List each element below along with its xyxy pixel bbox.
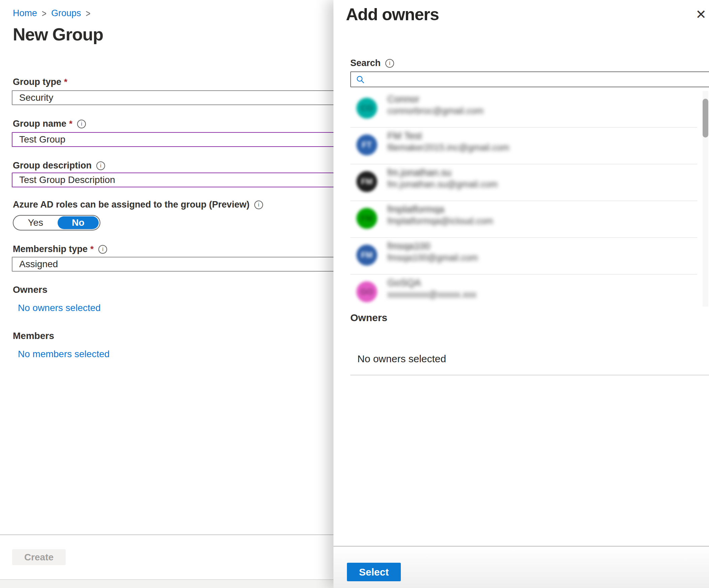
group-type-select[interactable]: Security: [12, 90, 334, 105]
owners-section-label: Owners: [13, 284, 48, 295]
info-icon[interactable]: i: [254, 201, 263, 209]
required-asterisk: *: [90, 244, 94, 254]
info-icon[interactable]: i: [98, 245, 107, 254]
avatar: CO: [356, 98, 377, 119]
search-label: Search i: [350, 58, 394, 69]
close-icon[interactable]: ✕: [695, 8, 706, 21]
user-email: fmplatformqa@icloud.com: [387, 216, 493, 226]
group-name-value: Test Group: [19, 134, 65, 145]
group-type-label-text: Group type: [13, 77, 61, 87]
add-owners-panel: Add owners ✕ Search i CO Connor connorbr…: [334, 0, 709, 588]
list-item[interactable]: GO GoSQA xxxxxxxxx@xxxxx.xxx: [350, 275, 697, 306]
azure-ad-roles-toggle[interactable]: Yes No: [13, 215, 100, 230]
group-type-label: Group type *: [13, 77, 68, 87]
no-owners-selected-link[interactable]: No owners selected: [18, 303, 101, 313]
info-icon[interactable]: i: [385, 59, 394, 68]
azure-ad-roles-label-text: Azure AD roles can be assigned to the gr…: [13, 200, 250, 210]
user-suggestion-list: CO Connor connorbroc@gmail.com FT FM Tes…: [350, 91, 701, 306]
members-section-label: Members: [13, 331, 54, 341]
user-email: filemaker2015.inc@gmail.com: [387, 143, 509, 153]
membership-type-select[interactable]: Assigned: [12, 257, 334, 272]
toggle-no-option[interactable]: No: [58, 216, 99, 229]
info-icon[interactable]: i: [77, 120, 86, 128]
required-asterisk: *: [64, 77, 68, 87]
group-description-value: Test Group Description: [19, 175, 115, 185]
new-group-screen: Home > Groups > New Group Group type * S…: [0, 0, 709, 588]
membership-type-value: Assigned: [19, 259, 58, 270]
avatar: FM: [356, 208, 377, 229]
owners-divider: [350, 375, 709, 375]
user-email: fm.jonathan.su@gmail.com: [387, 179, 498, 190]
list-item[interactable]: FM fmsqa100 fmsqa100@gmail.com: [350, 238, 697, 275]
group-description-label-text: Group description: [13, 160, 91, 171]
membership-type-label-text: Membership type: [13, 244, 87, 254]
list-item[interactable]: FM fmplatformqa fmplatformqa@icloud.com: [350, 201, 697, 238]
panel-title: Add owners: [346, 5, 439, 24]
list-item[interactable]: FM fm.jonathan.su fm.jonathan.su@gmail.c…: [350, 164, 697, 201]
required-asterisk: *: [69, 119, 72, 129]
toggle-yes-option[interactable]: Yes: [14, 218, 58, 228]
footer-strip: [0, 579, 334, 588]
group-name-label-text: Group name: [13, 119, 67, 129]
panel-owners-header: Owners: [350, 312, 387, 324]
user-name: FM Test: [387, 130, 422, 142]
group-name-label: Group name * i: [13, 119, 86, 129]
search-box[interactable]: [350, 72, 709, 87]
user-email: xxxxxxxxx@xxxxx.xxx: [387, 289, 476, 300]
search-input[interactable]: [365, 74, 709, 85]
user-name: fmplatformqa: [387, 204, 444, 215]
chevron-right-icon: >: [86, 7, 90, 19]
group-description-input[interactable]: Test Group Description: [12, 173, 334, 187]
user-name: GoSQA: [387, 277, 421, 288]
search-icon: [356, 75, 365, 84]
avatar: FM: [356, 171, 377, 192]
group-type-value: Security: [19, 92, 53, 103]
user-name: fmsqa100: [387, 240, 430, 252]
avatar: FM: [356, 245, 377, 265]
user-email: fmsqa100@gmail.com: [387, 253, 478, 263]
user-name: fm.jonathan.su: [387, 167, 451, 178]
group-name-input[interactable]: Test Group: [12, 132, 334, 147]
list-item[interactable]: FT FM Test filemaker2015.inc@gmail.com: [350, 128, 697, 164]
avatar: GO: [356, 281, 377, 302]
create-button[interactable]: Create: [12, 549, 66, 565]
breadcrumb: Home > Groups >: [13, 8, 90, 19]
scrollbar-thumb[interactable]: [703, 99, 708, 137]
search-label-text: Search: [350, 58, 380, 69]
page-title: New Group: [13, 24, 103, 45]
user-email: connorbroc@gmail.com: [387, 106, 484, 116]
group-description-label: Group description i: [13, 160, 105, 171]
list-item[interactable]: CO Connor connorbroc@gmail.com: [350, 91, 697, 128]
no-members-selected-link[interactable]: No members selected: [18, 349, 109, 360]
breadcrumb-home-link[interactable]: Home: [13, 8, 37, 19]
user-name: Connor: [387, 94, 419, 105]
select-button[interactable]: Select: [347, 563, 401, 581]
avatar: FT: [356, 134, 377, 155]
info-icon[interactable]: i: [96, 161, 105, 170]
membership-type-label: Membership type * i: [13, 244, 107, 254]
chevron-right-icon: >: [42, 7, 47, 19]
azure-ad-roles-label: Azure AD roles can be assigned to the gr…: [13, 200, 263, 210]
breadcrumb-groups-link[interactable]: Groups: [51, 8, 81, 19]
footer-divider: [0, 534, 334, 535]
panel-owners-empty-text: No owners selected: [357, 353, 446, 365]
